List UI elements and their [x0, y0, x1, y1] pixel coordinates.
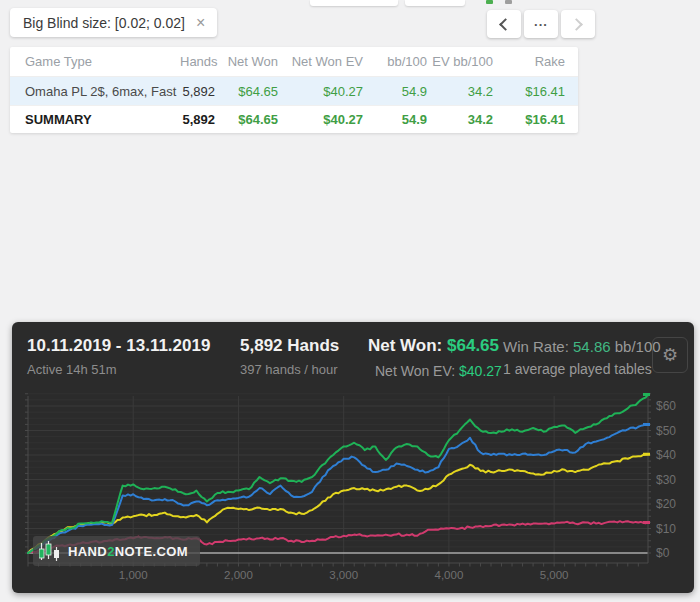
win-rate-line: Win Rate: 54.86 bb/100	[503, 338, 661, 355]
gear-icon[interactable]: ⚙	[652, 337, 688, 373]
ellipsis-icon: ...	[534, 14, 548, 29]
net-won-ev-line: Net Won EV: $40.27	[375, 363, 502, 379]
col-rake: Rake	[493, 54, 565, 69]
cutoff-control[interactable]	[310, 0, 398, 6]
svg-text:$10: $10	[656, 522, 676, 536]
cell-bb100: 54.9	[363, 112, 427, 127]
cell-bb100: 54.9	[363, 84, 427, 99]
svg-text:$60: $60	[656, 399, 676, 413]
candlestick-logo-icon	[39, 541, 61, 561]
net-won-ev-label: Net Won EV:	[375, 363, 455, 379]
more-pages-button[interactable]: ...	[524, 10, 558, 38]
pagination: ...	[487, 10, 595, 38]
chevron-right-icon	[570, 18, 583, 31]
filter-chip-label: Big Blind size: [0.02; 0.02]	[23, 15, 185, 31]
table-row-omaha[interactable]: Omaha PL 2$, 6max, Fast 5,892 $64.65 $40…	[10, 77, 578, 105]
cell-net-won-ev: $40.27	[278, 112, 363, 127]
active-time: Active 14h 51m	[27, 362, 117, 377]
next-button[interactable]	[561, 10, 595, 38]
session-panel: 10.11.2019 - 13.11.2019 Active 14h 51m 5…	[12, 322, 694, 593]
svg-text:5,000: 5,000	[540, 569, 569, 581]
close-icon[interactable]: ×	[194, 15, 207, 31]
cell-hands: 5,892	[180, 112, 215, 127]
cell-net-won-ev: $40.27	[278, 84, 363, 99]
net-won-value: $64.65	[447, 336, 499, 355]
cutoff-gray-icon	[505, 0, 512, 4]
watermark: HAND2NOTE.COM	[33, 536, 200, 566]
table-row-summary[interactable]: SUMMARY 5,892 $64.65 $40.27 54.9 34.2 $1…	[10, 105, 578, 133]
svg-text:$20: $20	[656, 497, 676, 511]
svg-text:$50: $50	[656, 424, 676, 438]
net-won-line: Net Won: $64.65	[368, 336, 499, 356]
net-won-label: Net Won:	[368, 336, 442, 355]
avg-tables: 1 average played tables	[503, 361, 652, 377]
col-net-won: Net Won	[215, 54, 278, 69]
game-stats-table: Game Type Hands Net Won Net Won EV bb/10…	[10, 47, 578, 133]
svg-text:$30: $30	[656, 473, 676, 487]
date-range: 10.11.2019 - 13.11.2019	[27, 336, 210, 356]
col-hands: Hands	[180, 54, 215, 69]
cell-game-type: SUMMARY	[10, 112, 180, 127]
hands-count: 5,892 Hands	[240, 336, 339, 356]
svg-text:$0: $0	[656, 546, 670, 560]
cell-game-type: Omaha PL 2$, 6max, Fast	[10, 84, 180, 99]
chevron-left-icon	[499, 18, 512, 31]
hands-per-hour: 397 hands / hour	[240, 362, 338, 377]
filter-chip-big-blind[interactable]: Big Blind size: [0.02; 0.02] ×	[10, 8, 217, 37]
svg-text:$40: $40	[656, 448, 676, 462]
prev-button[interactable]	[487, 10, 521, 38]
cutoff-control[interactable]	[405, 0, 465, 6]
svg-text:3,000: 3,000	[329, 569, 358, 581]
cell-net-won: $64.65	[215, 112, 278, 127]
svg-text:4,000: 4,000	[435, 569, 464, 581]
cell-net-won: $64.65	[215, 84, 278, 99]
col-game-type: Game Type	[10, 54, 180, 69]
net-won-ev-value: $40.27	[459, 363, 502, 379]
cell-rake: $16.41	[493, 112, 565, 127]
svg-text:2,000: 2,000	[224, 569, 253, 581]
col-net-won-ev: Net Won EV	[278, 54, 363, 69]
cell-ev-bb100: 34.2	[427, 84, 493, 99]
win-rate-label: Win Rate:	[503, 338, 569, 355]
cell-hands: 5,892	[180, 84, 215, 99]
cell-rake: $16.41	[493, 84, 565, 99]
watermark-text: HAND2NOTE.COM	[68, 544, 188, 559]
table-header-row: Game Type Hands Net Won Net Won EV bb/10…	[10, 47, 578, 77]
col-bb100: bb/100	[363, 54, 427, 69]
cell-ev-bb100: 34.2	[427, 112, 493, 127]
col-ev-bb100: EV bb/100	[427, 54, 493, 69]
win-rate-value: 54.86	[573, 338, 611, 355]
svg-text:1,000: 1,000	[119, 569, 148, 581]
cutoff-green-icon	[486, 0, 493, 4]
